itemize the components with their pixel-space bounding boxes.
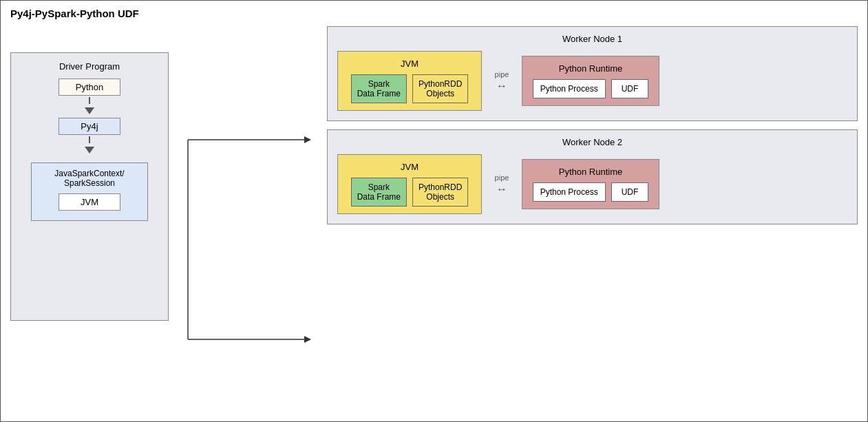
worker2-jvm-label: JVM [401,162,419,172]
worker1-jvm-inner: Spark Data Frame PythonRDD Objects [351,74,469,103]
worker2-jvm-box: JVM Spark Data Frame PythonRDD Objects [337,154,482,214]
worker2-pythonrdd: PythonRDD Objects [412,178,468,207]
worker-node-2: Worker Node 2 JVM Spark Data Frame Pytho… [327,129,858,224]
worker1-jvm-box: JVM Spark Data Frame PythonRDD Objects [337,51,482,111]
arrow-down-2 [85,147,94,154]
svg-marker-2 [304,136,311,143]
python-box: Python [59,78,120,96]
arrow-down-1 [85,107,94,114]
driver-title: Driver Program [59,61,120,72]
worker2-python-process: Python Process [533,182,606,202]
worker1-python-process: Python Process [533,79,606,98]
svg-marker-5 [304,336,311,343]
arrow-line-2 [89,136,90,143]
worker1-runtime-inner: Python Process UDF [533,79,649,98]
py4j-box: Py4j [59,118,120,135]
worker1-title: Worker Node 1 [337,34,847,44]
worker1-pipe-label: pipe [495,70,509,78]
arrow-line-1 [89,97,90,104]
worker1-jvm-label: JVM [401,59,419,69]
worker1-pipe-arrow: ↔ [496,80,507,92]
worker2-title: Worker Node 2 [337,137,847,147]
workers-column: Worker Node 1 JVM Spark Data Frame Pytho… [327,26,858,412]
worker1-runtime-title: Python Runtime [559,63,623,74]
page: Py4j-PySpark-Python UDF Driver Program P… [0,0,868,422]
worker2-pipe: pipe ↔ [489,173,515,196]
driver-program-box: Driver Program Python Py4j JavaSparkCont… [10,52,169,321]
worker1-pipe: pipe ↔ [489,70,515,92]
worker1-python-runtime: Python Runtime Python Process UDF [522,56,659,106]
worker2-python-runtime: Python Runtime Python Process UDF [522,159,659,209]
worker2-runtime-inner: Python Process UDF [533,182,649,202]
worker1-spark-df: Spark Data Frame [351,74,407,103]
worker2-inner: JVM Spark Data Frame PythonRDD Objects [337,154,847,214]
worker1-pythonrdd: PythonRDD Objects [412,74,468,103]
worker-node-1: Worker Node 1 JVM Spark Data Frame Pytho… [327,26,858,121]
worker2-pipe-arrow: ↔ [496,183,507,196]
worker1-inner: JVM Spark Data Frame PythonRDD Objects [337,51,847,111]
worker2-spark-df: Spark Data Frame [351,178,407,207]
worker2-pipe-label: pipe [495,173,509,182]
worker1-udf: UDF [611,79,649,98]
sparkcontext-box: JavaSparkContext/ SparkSession JVM [31,162,148,221]
sparkcontext-label: JavaSparkContext/ SparkSession [54,169,124,188]
page-title: Py4j-PySpark-Python UDF [10,8,858,19]
worker2-runtime-title: Python Runtime [559,167,623,177]
jvm-driver-box: JVM [59,193,120,211]
worker2-jvm-inner: Spark Data Frame PythonRDD Objects [351,178,469,207]
worker2-udf: UDF [611,182,649,202]
